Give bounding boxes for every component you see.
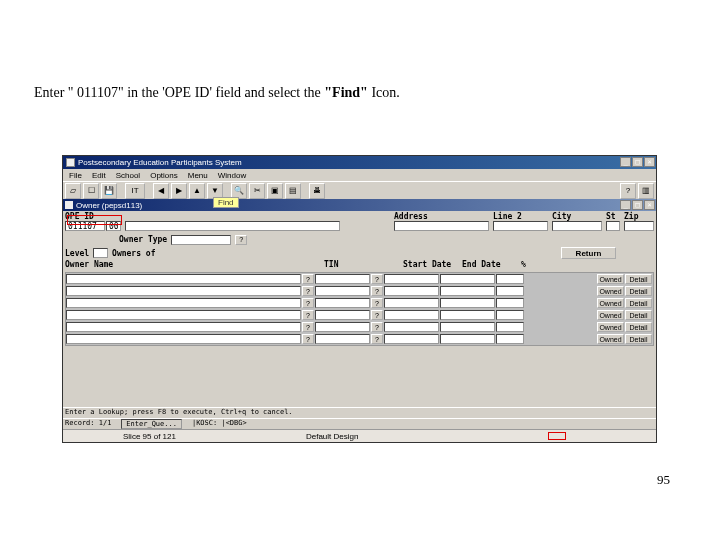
tin-cell[interactable] [315,334,370,344]
end-date-cell[interactable] [440,274,495,284]
owner-name-header: Owner Name [65,260,300,271]
owner-name-cell[interactable] [66,334,301,344]
menu-edit[interactable]: Edit [88,171,110,180]
return-button[interactable]: Return [561,247,616,259]
start-date-cell[interactable] [384,298,439,308]
city-input[interactable] [552,221,602,231]
pct-header: % [521,260,541,271]
detail-button[interactable]: Detail [625,322,652,332]
end-date-cell[interactable] [440,286,495,296]
start-date-cell[interactable] [384,334,439,344]
owner-name-cell[interactable] [66,286,301,296]
tin-lookup-icon[interactable]: ? [371,310,383,320]
st-input[interactable] [606,221,620,231]
tin-cell[interactable] [315,298,370,308]
level-input[interactable] [93,248,108,258]
owned-button[interactable]: Owned [597,274,624,284]
inner-min-button[interactable]: _ [620,200,631,210]
menu-window[interactable]: Window [214,171,250,180]
level-label: Level [65,249,89,258]
name-input[interactable] [125,221,340,231]
close-button[interactable]: × [644,157,655,167]
owner-lookup-icon[interactable]: ? [302,310,314,320]
menu-school[interactable]: School [112,171,144,180]
tin-cell[interactable] [315,322,370,332]
owner-lookup-icon[interactable]: ? [302,298,314,308]
detail-button[interactable]: Detail [625,310,652,320]
tb-up-icon[interactable]: ▲ [189,183,205,199]
owned-button[interactable]: Owned [597,334,624,344]
pct-cell[interactable] [496,298,524,308]
menu-file[interactable]: File [65,171,86,180]
owner-type-lookup-icon[interactable]: ? [235,235,247,245]
tin-lookup-icon[interactable]: ? [371,274,383,284]
address-input[interactable] [394,221,489,231]
detail-button[interactable]: Detail [625,274,652,284]
menu-options[interactable]: Options [146,171,182,180]
maximize-button[interactable]: □ [632,157,643,167]
end-date-cell[interactable] [440,298,495,308]
tb-misc-icon[interactable]: ▥ [638,183,654,199]
owner-lookup-icon[interactable]: ? [302,274,314,284]
page-number: 95 [657,472,670,488]
tin-cell[interactable] [315,286,370,296]
inner-max-button[interactable]: □ [632,200,643,210]
tb-copy-icon[interactable]: ▣ [267,183,283,199]
end-date-cell[interactable] [440,334,495,344]
pct-cell[interactable] [496,310,524,320]
start-date-cell[interactable] [384,286,439,296]
owner-lookup-icon[interactable]: ? [302,286,314,296]
inner-close-button[interactable]: × [644,200,655,210]
tin-cell[interactable] [315,310,370,320]
owner-name-cell[interactable] [66,298,301,308]
owner-lookup-icon[interactable]: ? [302,334,314,344]
tb-cut-icon[interactable]: ✂ [249,183,265,199]
tin-lookup-icon[interactable]: ? [371,334,383,344]
start-date-cell[interactable] [384,310,439,320]
end-date-cell[interactable] [440,322,495,332]
ope-id-highlight [67,215,122,225]
end-date-cell[interactable] [440,310,495,320]
detail-button[interactable]: Detail [625,334,652,344]
pct-cell[interactable] [496,286,524,296]
line2-label: Line 2 [493,212,548,221]
minimize-button[interactable]: _ [620,157,631,167]
owner-lookup-icon[interactable]: ? [302,322,314,332]
owned-button[interactable]: Owned [597,310,624,320]
tb-save-icon[interactable]: 💾 [101,183,117,199]
tin-cell[interactable] [315,274,370,284]
owned-button[interactable]: Owned [597,298,624,308]
start-date-cell[interactable] [384,274,439,284]
line2-input[interactable] [493,221,548,231]
detail-button[interactable]: Detail [625,286,652,296]
tin-lookup-icon[interactable]: ? [371,322,383,332]
tb-open-icon[interactable]: ☐ [83,183,99,199]
menu-bar: File Edit School Options Menu Window [63,169,656,181]
tb-it-button[interactable]: IT [125,183,145,199]
owner-name-cell[interactable] [66,274,301,284]
tb-new-icon[interactable]: ▱ [65,183,81,199]
zip-input[interactable] [624,221,654,231]
tb-print-icon[interactable]: 🖶 [309,183,325,199]
red-marker-icon [548,432,566,440]
detail-button[interactable]: Detail [625,298,652,308]
start-date-cell[interactable] [384,322,439,332]
pct-cell[interactable] [496,322,524,332]
tin-lookup-icon[interactable]: ? [371,298,383,308]
owned-button[interactable]: Owned [597,322,624,332]
inner-title-text: Owner (pepsd113) [76,201,142,210]
pct-cell[interactable] [496,334,524,344]
tb-paste-icon[interactable]: ▤ [285,183,301,199]
tb-help-icon[interactable]: ? [620,183,636,199]
tin-lookup-icon[interactable]: ? [371,286,383,296]
pct-cell[interactable] [496,274,524,284]
menu-menu[interactable]: Menu [184,171,212,180]
tb-next-icon[interactable]: ▶ [171,183,187,199]
tb-prev-icon[interactable]: ◀ [153,183,169,199]
owners-of-label: Owners of [112,249,155,258]
owner-name-cell[interactable] [66,310,301,320]
owner-type-input[interactable] [171,235,231,245]
owner-name-cell[interactable] [66,322,301,332]
owned-button[interactable]: Owned [597,286,624,296]
empty-area [63,347,656,407]
